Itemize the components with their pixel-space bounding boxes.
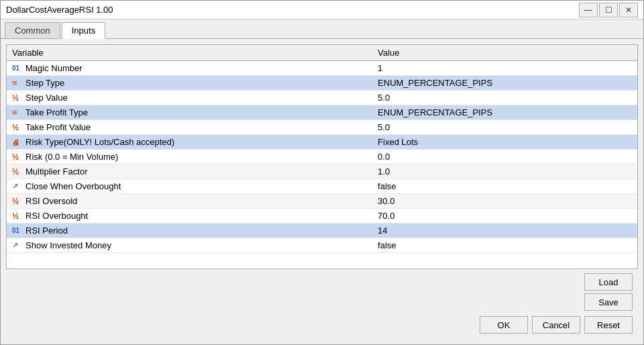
table-row[interactable]: ½Take Profit Value5.0 xyxy=(7,120,637,135)
variable-label: Close When Overbought xyxy=(25,181,121,191)
title-bar-buttons: — ☐ ✕ xyxy=(579,3,638,17)
variable-column-header: Variable xyxy=(7,45,372,61)
cancel-button[interactable]: Cancel xyxy=(532,316,580,334)
table-row[interactable]: ≡Take Profit TypeENUM_PERCENTAGE_PIPS xyxy=(7,105,637,120)
table-row[interactable]: 01Magic Number1 xyxy=(7,61,637,76)
value-cell[interactable]: false xyxy=(372,179,637,194)
value-cell[interactable]: Fixed Lots xyxy=(372,135,637,150)
title-bar: DollarCostAverageRSI 1.00 — ☐ ✕ xyxy=(1,1,643,19)
load-button[interactable]: Load xyxy=(584,273,633,291)
table-row[interactable]: ½Step Value5.0 xyxy=(7,91,637,105)
row-type-icon: ½ xyxy=(12,93,23,103)
variable-cell: ½RSI Oversold xyxy=(7,194,372,209)
window-title: DollarCostAverageRSI 1.00 xyxy=(6,5,113,15)
row-type-icon: ½ xyxy=(12,152,23,162)
table-row[interactable]: ↗Show Invested Moneyfalse xyxy=(7,238,637,253)
variable-label: Magic Number xyxy=(25,63,83,73)
right-panel: Load Save OK Cancel Reset xyxy=(480,273,633,334)
variable-label: Show Invested Money xyxy=(25,240,111,250)
row-type-icon: ½ xyxy=(12,197,23,206)
ok-button[interactable]: OK xyxy=(480,316,528,334)
variable-cell: ≡Take Profit Type xyxy=(7,105,372,120)
row-type-icon: 01 xyxy=(12,64,23,72)
value-cell[interactable]: 5.0 xyxy=(372,120,637,135)
parameters-table: Variable Value 01Magic Number1≡Step Type… xyxy=(7,45,637,253)
main-content: Variable Value 01Magic Number1≡Step Type… xyxy=(1,39,643,344)
table-row[interactable]: ½Multiplier Factor1.0 xyxy=(7,164,637,179)
value-cell[interactable]: 0.0 xyxy=(372,150,637,164)
minimize-button[interactable]: — xyxy=(579,3,598,17)
variable-cell: 01RSI Period xyxy=(7,224,372,238)
variable-cell: ↗Show Invested Money xyxy=(7,238,372,253)
variable-label: Take Profit Type xyxy=(25,107,88,117)
tab-inputs[interactable]: Inputs xyxy=(62,22,105,39)
table-row[interactable]: ½RSI Overbought70.0 xyxy=(7,209,637,224)
value-cell[interactable]: false xyxy=(372,238,637,253)
table-row[interactable]: ↗Close When Overboughtfalse xyxy=(7,179,637,194)
value-cell[interactable]: 1 xyxy=(372,61,637,76)
tab-bar: Common Inputs xyxy=(1,19,643,39)
variable-label: RSI Overbought xyxy=(25,211,88,221)
row-type-icon: ≡ xyxy=(12,107,23,117)
save-button[interactable]: Save xyxy=(584,293,633,311)
table-row[interactable]: ½RSI Oversold30.0 xyxy=(7,194,637,209)
value-cell[interactable]: 1.0 xyxy=(372,164,637,179)
row-type-icon: ½ xyxy=(12,123,23,132)
value-column-header: Value xyxy=(372,45,637,61)
variable-cell: ½Take Profit Value xyxy=(7,120,372,135)
parameters-table-wrapper: Variable Value 01Magic Number1≡Step Type… xyxy=(6,44,638,269)
variable-label: Risk (0.0 = Min Volume) xyxy=(25,152,118,162)
variable-label: Take Profit Value xyxy=(25,122,91,132)
variable-label: Step Type xyxy=(25,78,64,88)
row-type-icon: ↗ xyxy=(12,182,23,191)
value-cell[interactable]: 5.0 xyxy=(372,91,637,105)
maximize-button[interactable]: ☐ xyxy=(599,3,618,17)
value-cell[interactable]: 14 xyxy=(372,224,637,238)
variable-cell: ½Risk (0.0 = Min Volume) xyxy=(7,150,372,164)
close-button[interactable]: ✕ xyxy=(619,3,638,17)
tab-common[interactable]: Common xyxy=(5,22,60,38)
variable-label: Step Value xyxy=(25,93,68,103)
row-type-icon: ≡ xyxy=(12,78,23,88)
table-row[interactable]: 🖨Risk Type(ONLY! Lots/Cash accepted)Fixe… xyxy=(7,135,637,150)
main-window: DollarCostAverageRSI 1.00 — ☐ ✕ Common I… xyxy=(0,0,644,345)
variable-label: Risk Type(ONLY! Lots/Cash accepted) xyxy=(25,137,174,147)
row-type-icon: 01 xyxy=(12,227,23,234)
variable-cell: ½Step Value xyxy=(7,91,372,105)
bottom-bar: Load Save OK Cancel Reset xyxy=(6,269,638,339)
action-buttons: OK Cancel Reset xyxy=(480,316,633,334)
variable-cell: ↗Close When Overbought xyxy=(7,179,372,194)
row-type-icon: ½ xyxy=(12,211,23,221)
variable-cell: ½Multiplier Factor xyxy=(7,164,372,179)
variable-label: Multiplier Factor xyxy=(25,166,87,177)
table-row[interactable]: ½Risk (0.0 = Min Volume)0.0 xyxy=(7,150,637,164)
variable-cell: ≡Step Type xyxy=(7,76,372,91)
row-type-icon: 🖨 xyxy=(12,138,23,146)
variable-cell: ½RSI Overbought xyxy=(7,209,372,224)
row-type-icon: ½ xyxy=(12,167,23,177)
table-row[interactable]: 01RSI Period14 xyxy=(7,224,637,238)
variable-cell: 01Magic Number xyxy=(7,61,372,76)
value-cell[interactable]: ENUM_PERCENTAGE_PIPS xyxy=(372,105,637,120)
variable-label: RSI Oversold xyxy=(25,196,77,206)
row-type-icon: ↗ xyxy=(12,241,23,250)
variable-cell: 🖨Risk Type(ONLY! Lots/Cash accepted) xyxy=(7,135,372,150)
value-cell[interactable]: ENUM_PERCENTAGE_PIPS xyxy=(372,76,637,91)
table-header-row: Variable Value xyxy=(7,45,637,61)
variable-label: RSI Period xyxy=(25,226,68,236)
value-cell[interactable]: 70.0 xyxy=(372,209,637,224)
value-cell[interactable]: 30.0 xyxy=(372,194,637,209)
table-row[interactable]: ≡Step TypeENUM_PERCENTAGE_PIPS xyxy=(7,76,637,91)
reset-button[interactable]: Reset xyxy=(584,316,633,334)
